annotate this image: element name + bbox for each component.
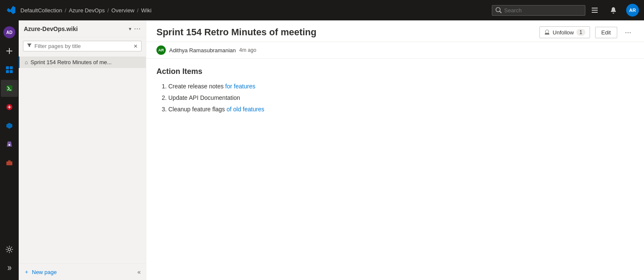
unfollow-button[interactable]: Unfollow 1 [539,26,590,38]
svg-rect-1 [10,66,13,69]
icon-sidebar: AD [0,20,19,280]
section-title: Action Items [156,67,634,76]
sidebar-item-artifacts[interactable] [1,117,18,134]
content-body: Action Items Create release notes for fe… [146,59,644,280]
search-icon [496,7,502,13]
sidebar-item-expand[interactable] [1,260,18,277]
svg-rect-8 [8,160,11,162]
plus-icon: ＋ [24,268,29,276]
page-tree: ⌂ Sprint 154 Retro Minutes of me... [19,55,146,263]
action-item-2-text: Update API Documentation [168,94,240,101]
breadcrumb-overview[interactable]: Overview [111,7,134,14]
action-item-3-text: Cleanup feature flags [168,106,227,113]
action-item-1-text: Create release notes [168,83,225,90]
wiki-sidebar-header: Azure-DevOps.wiki ▾ ⋯ [19,20,146,37]
page-item[interactable]: ⌂ Sprint 154 Retro Minutes of me... [19,57,146,68]
edit-button[interactable]: Edit [595,27,617,38]
author-time: 4m ago [239,47,256,53]
content-meta: AR Adithya Ramasubramanian 4m ago [146,42,644,59]
breadcrumb-azure-devops[interactable]: Azure DevOps [69,7,105,14]
unfollow-icon [544,29,550,35]
svg-rect-3 [10,70,13,73]
sidebar-item-repos[interactable] [1,80,18,97]
sidebar-item-test[interactable] [1,136,18,153]
search-box[interactable] [492,5,585,16]
app-logo[interactable] [5,4,17,16]
svg-point-6 [9,144,10,146]
user-avatar[interactable]: AR [626,4,639,17]
layout: AD [0,20,644,280]
sidebar-item-settings[interactable] [1,241,18,258]
sidebar-item-pipelines[interactable] [1,99,18,116]
content-header: Sprint 154 Retro Minutes of meeting Unfo… [146,20,644,42]
nav-icons: AR [589,4,639,17]
breadcrumb-default-collection[interactable]: DefaultCollection [20,7,62,14]
more-options-button[interactable]: ··· [622,27,634,38]
action-items-list: Create release notes for features Update… [156,82,634,114]
sidebar-item-extensions[interactable] [1,155,18,172]
list-item: Update API Documentation [168,93,634,102]
wiki-dropdown-icon[interactable]: ▾ [129,26,131,32]
wiki-more-button[interactable]: ⋯ [134,25,141,33]
filter-icon [27,43,32,49]
author-name: Adithya Ramasubramanian [169,47,236,54]
filter-clear-icon[interactable]: ✕ [133,43,138,49]
team-avatar: AD [3,26,15,38]
author-avatar: AR [156,45,166,55]
svg-rect-0 [6,66,9,69]
breadcrumb: DefaultCollection / Azure DevOps / Overv… [20,7,151,14]
svg-rect-2 [6,70,9,73]
main-content: Sprint 154 Retro Minutes of meeting Unfo… [146,20,644,280]
sidebar-item-add[interactable] [1,42,18,59]
list-icon[interactable] [589,4,601,16]
action-item-1-link[interactable]: for features [225,83,255,90]
wiki-sidebar: Azure-DevOps.wiki ▾ ⋯ ✕ ⌂ Sprint 154 Ret… [19,20,146,280]
collapse-icon[interactable]: « [137,269,141,275]
new-page-button[interactable]: ＋ New page [24,268,57,276]
breadcrumb-wiki[interactable]: Wiki [141,7,152,14]
wiki-title: Azure-DevOps.wiki [24,25,126,32]
action-item-3-link[interactable]: of old features [227,106,264,113]
notification-icon[interactable] [607,4,619,16]
svg-point-9 [8,248,11,251]
svg-rect-7 [6,161,12,165]
page-label: Sprint 154 Retro Minutes of me... [31,59,112,65]
home-icon: ⌂ [25,59,28,65]
sidebar-item-avatar[interactable]: AD [1,24,18,41]
sidebar-item-boards[interactable] [1,61,18,78]
filter-input[interactable] [34,43,131,49]
list-item: Cleanup feature flags of old features [168,105,634,114]
page-title: Sprint 154 Retro Minutes of meeting [156,27,534,38]
search-input[interactable] [504,7,572,14]
unfollow-label: Unfollow [553,29,574,36]
top-nav: DefaultCollection / Azure DevOps / Overv… [0,0,644,20]
filter-bar[interactable]: ✕ [23,41,142,51]
wiki-sidebar-footer: ＋ New page « [19,263,146,280]
list-item: Create release notes for features [168,82,634,91]
follower-count: 1 [576,29,585,36]
